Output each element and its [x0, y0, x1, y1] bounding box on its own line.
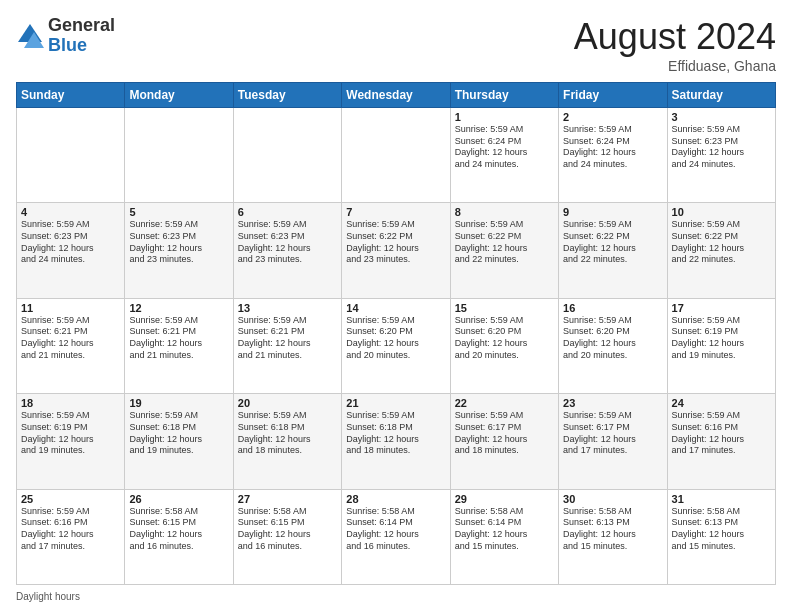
header: General Blue August 2024 Effiduase, Ghan… [16, 16, 776, 74]
page: General Blue August 2024 Effiduase, Ghan… [0, 0, 792, 612]
logo-general-text: General [48, 16, 115, 36]
day-number: 2 [563, 111, 662, 123]
day-number: 17 [672, 302, 771, 314]
calendar-cell: 3Sunrise: 5:59 AM Sunset: 6:23 PM Daylig… [667, 108, 775, 203]
day-info: Sunrise: 5:59 AM Sunset: 6:18 PM Dayligh… [129, 410, 228, 457]
calendar-cell: 19Sunrise: 5:59 AM Sunset: 6:18 PM Dayli… [125, 394, 233, 489]
calendar-cell: 2Sunrise: 5:59 AM Sunset: 6:24 PM Daylig… [559, 108, 667, 203]
day-number: 6 [238, 206, 337, 218]
calendar-cell: 1Sunrise: 5:59 AM Sunset: 6:24 PM Daylig… [450, 108, 558, 203]
day-number: 20 [238, 397, 337, 409]
day-info: Sunrise: 5:59 AM Sunset: 6:16 PM Dayligh… [672, 410, 771, 457]
day-info: Sunrise: 5:59 AM Sunset: 6:21 PM Dayligh… [21, 315, 120, 362]
day-info: Sunrise: 5:59 AM Sunset: 6:22 PM Dayligh… [563, 219, 662, 266]
day-number: 16 [563, 302, 662, 314]
logo-text: General Blue [48, 16, 115, 56]
day-number: 13 [238, 302, 337, 314]
day-number: 23 [563, 397, 662, 409]
calendar-cell: 16Sunrise: 5:59 AM Sunset: 6:20 PM Dayli… [559, 298, 667, 393]
day-info: Sunrise: 5:58 AM Sunset: 6:13 PM Dayligh… [672, 506, 771, 553]
day-info: Sunrise: 5:59 AM Sunset: 6:18 PM Dayligh… [346, 410, 445, 457]
day-info: Sunrise: 5:59 AM Sunset: 6:20 PM Dayligh… [346, 315, 445, 362]
calendar-week-row: 25Sunrise: 5:59 AM Sunset: 6:16 PM Dayli… [17, 489, 776, 584]
daylight-label: Daylight hours [16, 591, 80, 602]
day-info: Sunrise: 5:59 AM Sunset: 6:23 PM Dayligh… [238, 219, 337, 266]
calendar-cell: 28Sunrise: 5:58 AM Sunset: 6:14 PM Dayli… [342, 489, 450, 584]
day-info: Sunrise: 5:58 AM Sunset: 6:13 PM Dayligh… [563, 506, 662, 553]
day-info: Sunrise: 5:59 AM Sunset: 6:24 PM Dayligh… [455, 124, 554, 171]
calendar-cell [125, 108, 233, 203]
calendar-cell: 18Sunrise: 5:59 AM Sunset: 6:19 PM Dayli… [17, 394, 125, 489]
day-info: Sunrise: 5:59 AM Sunset: 6:20 PM Dayligh… [563, 315, 662, 362]
calendar-cell: 8Sunrise: 5:59 AM Sunset: 6:22 PM Daylig… [450, 203, 558, 298]
day-info: Sunrise: 5:59 AM Sunset: 6:22 PM Dayligh… [672, 219, 771, 266]
calendar-cell: 13Sunrise: 5:59 AM Sunset: 6:21 PM Dayli… [233, 298, 341, 393]
day-info: Sunrise: 5:59 AM Sunset: 6:17 PM Dayligh… [455, 410, 554, 457]
day-number: 27 [238, 493, 337, 505]
calendar-table: SundayMondayTuesdayWednesdayThursdayFrid… [16, 82, 776, 585]
calendar-header-tuesday: Tuesday [233, 83, 341, 108]
day-info: Sunrise: 5:59 AM Sunset: 6:23 PM Dayligh… [129, 219, 228, 266]
day-info: Sunrise: 5:59 AM Sunset: 6:18 PM Dayligh… [238, 410, 337, 457]
day-number: 30 [563, 493, 662, 505]
calendar-cell: 23Sunrise: 5:59 AM Sunset: 6:17 PM Dayli… [559, 394, 667, 489]
day-info: Sunrise: 5:59 AM Sunset: 6:24 PM Dayligh… [563, 124, 662, 171]
calendar-header-thursday: Thursday [450, 83, 558, 108]
day-number: 8 [455, 206, 554, 218]
logo: General Blue [16, 16, 115, 56]
calendar-cell: 29Sunrise: 5:58 AM Sunset: 6:14 PM Dayli… [450, 489, 558, 584]
day-info: Sunrise: 5:59 AM Sunset: 6:23 PM Dayligh… [672, 124, 771, 171]
calendar-cell: 21Sunrise: 5:59 AM Sunset: 6:18 PM Dayli… [342, 394, 450, 489]
day-info: Sunrise: 5:59 AM Sunset: 6:19 PM Dayligh… [672, 315, 771, 362]
calendar-cell: 12Sunrise: 5:59 AM Sunset: 6:21 PM Dayli… [125, 298, 233, 393]
day-number: 29 [455, 493, 554, 505]
calendar-header-wednesday: Wednesday [342, 83, 450, 108]
calendar-week-row: 1Sunrise: 5:59 AM Sunset: 6:24 PM Daylig… [17, 108, 776, 203]
day-info: Sunrise: 5:59 AM Sunset: 6:22 PM Dayligh… [455, 219, 554, 266]
calendar-cell: 25Sunrise: 5:59 AM Sunset: 6:16 PM Dayli… [17, 489, 125, 584]
calendar-week-row: 11Sunrise: 5:59 AM Sunset: 6:21 PM Dayli… [17, 298, 776, 393]
calendar-cell [342, 108, 450, 203]
day-number: 15 [455, 302, 554, 314]
day-info: Sunrise: 5:58 AM Sunset: 6:15 PM Dayligh… [238, 506, 337, 553]
calendar-cell [17, 108, 125, 203]
day-number: 10 [672, 206, 771, 218]
footer: Daylight hours [16, 591, 776, 602]
calendar-cell: 20Sunrise: 5:59 AM Sunset: 6:18 PM Dayli… [233, 394, 341, 489]
day-number: 18 [21, 397, 120, 409]
day-number: 9 [563, 206, 662, 218]
calendar-header-monday: Monday [125, 83, 233, 108]
calendar-header-friday: Friday [559, 83, 667, 108]
day-info: Sunrise: 5:59 AM Sunset: 6:23 PM Dayligh… [21, 219, 120, 266]
day-info: Sunrise: 5:58 AM Sunset: 6:14 PM Dayligh… [346, 506, 445, 553]
calendar-cell: 24Sunrise: 5:59 AM Sunset: 6:16 PM Dayli… [667, 394, 775, 489]
day-info: Sunrise: 5:58 AM Sunset: 6:15 PM Dayligh… [129, 506, 228, 553]
calendar-cell: 7Sunrise: 5:59 AM Sunset: 6:22 PM Daylig… [342, 203, 450, 298]
day-info: Sunrise: 5:59 AM Sunset: 6:16 PM Dayligh… [21, 506, 120, 553]
day-number: 3 [672, 111, 771, 123]
day-number: 5 [129, 206, 228, 218]
day-number: 21 [346, 397, 445, 409]
title-block: August 2024 Effiduase, Ghana [574, 16, 776, 74]
day-number: 19 [129, 397, 228, 409]
day-number: 7 [346, 206, 445, 218]
day-info: Sunrise: 5:59 AM Sunset: 6:21 PM Dayligh… [238, 315, 337, 362]
day-info: Sunrise: 5:59 AM Sunset: 6:21 PM Dayligh… [129, 315, 228, 362]
calendar-cell: 15Sunrise: 5:59 AM Sunset: 6:20 PM Dayli… [450, 298, 558, 393]
day-number: 22 [455, 397, 554, 409]
day-info: Sunrise: 5:59 AM Sunset: 6:19 PM Dayligh… [21, 410, 120, 457]
calendar-week-row: 18Sunrise: 5:59 AM Sunset: 6:19 PM Dayli… [17, 394, 776, 489]
logo-icon [16, 22, 44, 50]
day-number: 24 [672, 397, 771, 409]
day-number: 4 [21, 206, 120, 218]
calendar-week-row: 4Sunrise: 5:59 AM Sunset: 6:23 PM Daylig… [17, 203, 776, 298]
day-number: 11 [21, 302, 120, 314]
calendar-cell [233, 108, 341, 203]
calendar-cell: 10Sunrise: 5:59 AM Sunset: 6:22 PM Dayli… [667, 203, 775, 298]
calendar-cell: 26Sunrise: 5:58 AM Sunset: 6:15 PM Dayli… [125, 489, 233, 584]
logo-blue-text: Blue [48, 36, 115, 56]
calendar-header-saturday: Saturday [667, 83, 775, 108]
day-number: 12 [129, 302, 228, 314]
day-number: 14 [346, 302, 445, 314]
calendar-cell: 17Sunrise: 5:59 AM Sunset: 6:19 PM Dayli… [667, 298, 775, 393]
